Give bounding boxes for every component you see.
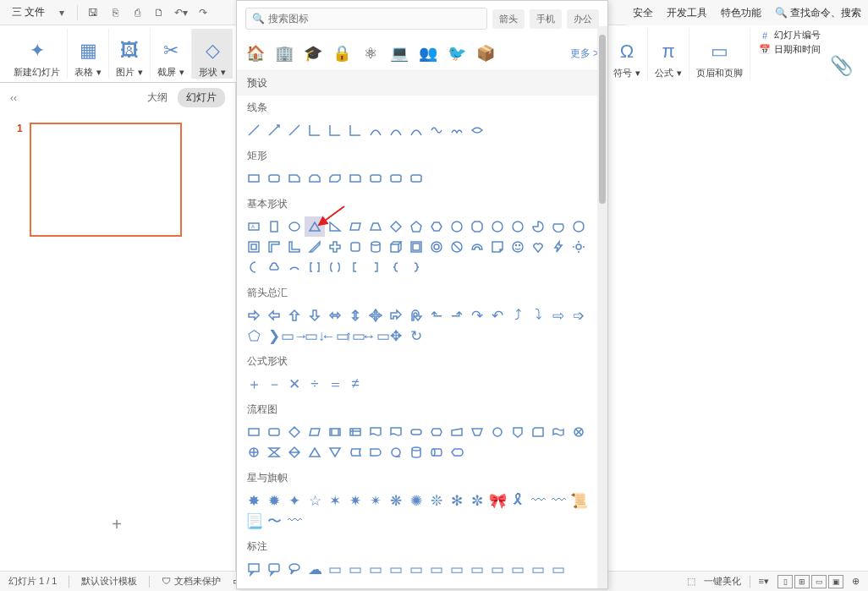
add-slide-button[interactable]: + <box>41 516 193 533</box>
view-sorter-icon[interactable]: ⊞ <box>794 575 810 588</box>
shape-arrow-notched[interactable]: ➩ <box>569 305 589 326</box>
shape-multiply[interactable]: ✕ <box>284 374 305 394</box>
tag-arrow[interactable]: 箭头 <box>492 9 525 29</box>
tab-features[interactable]: 特色功能 <box>721 6 761 20</box>
shape-right-brace[interactable] <box>406 257 426 277</box>
shape-line-double-arrow[interactable] <box>284 120 305 140</box>
shape-search-input[interactable] <box>245 8 487 30</box>
shape-chord[interactable] <box>548 216 569 237</box>
shape-left-bracket[interactable] <box>345 257 365 277</box>
tag-phone[interactable]: 手机 <box>530 9 562 29</box>
shape-arrow-curved-right[interactable]: ↷ <box>467 305 487 326</box>
shape-round-2-same[interactable] <box>365 168 386 189</box>
shape-oval[interactable] <box>284 216 305 237</box>
shape-callout-borderaccent3[interactable]: ▭ <box>548 559 569 579</box>
shape-cross[interactable] <box>325 237 345 257</box>
shape-fc-process[interactable] <box>244 422 264 442</box>
shape-diag-stripe[interactable] <box>305 237 325 257</box>
shape-double-bracket[interactable] <box>305 257 325 277</box>
shape-arrow-callout-quad[interactable]: ✥ <box>386 326 406 346</box>
cat-icon-5[interactable]: ⚛ <box>360 43 381 63</box>
shape-no-symbol[interactable] <box>447 237 467 257</box>
ribbon-screenshot[interactable]: ✂ 截屏 ▾ <box>151 29 192 79</box>
shape-arrow-up[interactable] <box>284 305 305 326</box>
shape-fc-offpage[interactable] <box>508 422 528 442</box>
shape-snip-diag[interactable] <box>325 168 345 189</box>
print-preview-icon[interactable]: 🗋 <box>149 3 169 23</box>
shape-fc-display[interactable] <box>447 442 467 462</box>
shape-snip-2-corner[interactable] <box>305 168 325 189</box>
shape-ribbon-up[interactable]: 🎀 <box>487 490 508 511</box>
export-icon[interactable]: ⎘ <box>105 3 125 23</box>
shape-round-1-corner[interactable] <box>345 168 365 189</box>
shape-star7[interactable]: ✷ <box>345 490 365 511</box>
shape-arrow-curved-up[interactable]: ⤴ <box>508 305 528 326</box>
shape-minus[interactable]: － <box>264 374 284 394</box>
notes-icon[interactable]: ≡▾ <box>759 576 769 587</box>
shape-fc-delay[interactable] <box>365 442 386 462</box>
shape-horiz-scroll[interactable]: 📃 <box>244 511 264 531</box>
shape-callout-line2[interactable]: ▭ <box>345 559 365 579</box>
fit-icon[interactable]: ⊕ <box>852 576 860 587</box>
shape-callout-line1[interactable]: ▭ <box>325 559 345 579</box>
shape-fc-connector[interactable] <box>487 422 508 442</box>
shape-fc-card[interactable] <box>528 422 548 442</box>
shape-arrow-left[interactable] <box>264 305 284 326</box>
shape-closed-curve[interactable] <box>467 120 487 140</box>
shape-line-arrow[interactable] <box>264 120 284 140</box>
shape-star16[interactable]: ❊ <box>426 490 447 511</box>
shape-l-shape[interactable] <box>284 237 305 257</box>
shape-fc-manual-input[interactable] <box>447 422 467 442</box>
ribbon-new-slide[interactable]: ✦ 新建幻灯片 <box>7 29 68 79</box>
shape-bevel[interactable] <box>406 237 426 257</box>
shape-fc-sort[interactable] <box>284 442 305 462</box>
shape-ribbon-curved-down[interactable]: 〰 <box>548 490 569 511</box>
ribbon-formula[interactable]: π 公式 ▾ <box>648 29 689 79</box>
shape-right-triangle[interactable] <box>325 216 345 237</box>
cube-icon[interactable]: ⬚ <box>687 576 695 587</box>
shape-fc-internal[interactable] <box>345 422 365 442</box>
cat-icon-8[interactable]: 🐦 <box>447 43 467 63</box>
cat-icon-9[interactable]: 📦 <box>475 43 496 63</box>
shape-arrow-right[interactable] <box>244 305 264 326</box>
shape-wave[interactable]: 〜 <box>264 511 284 531</box>
ribbon-shapes[interactable]: ◇ 形状 ▾ <box>192 29 233 79</box>
cat-icon-4[interactable]: 🔒 <box>332 43 352 63</box>
shape-callout-borderaccent2[interactable]: ▭ <box>528 559 548 579</box>
file-menu[interactable]: 三 文件 <box>7 2 50 23</box>
shape-cloud[interactable] <box>264 257 284 277</box>
save-icon[interactable]: 🖫 <box>83 3 103 23</box>
shape-sun[interactable] <box>569 237 589 257</box>
ribbon-header-footer[interactable]: ▭ 页眉和页脚 <box>689 29 750 79</box>
shape-plaque[interactable] <box>345 237 365 257</box>
shape-star6[interactable]: ✶ <box>325 490 345 511</box>
shape-textbox[interactable]: A <box>244 216 264 237</box>
print-icon[interactable]: ⎙ <box>127 3 147 23</box>
redo-icon[interactable]: ↷ <box>193 3 213 23</box>
template-name[interactable]: 默认设计模板 <box>81 575 137 588</box>
shape-trapezoid[interactable] <box>365 216 386 237</box>
shape-callout-round[interactable] <box>264 559 284 579</box>
shape-triangle[interactable] <box>305 216 325 237</box>
shape-left-brace[interactable] <box>386 257 406 277</box>
shape-fc-predefined[interactable] <box>325 422 345 442</box>
tag-office[interactable]: 办公 <box>567 9 599 29</box>
cat-icon-3[interactable]: 🎓 <box>303 43 323 63</box>
shape-heart[interactable] <box>528 237 548 257</box>
shape-star5[interactable]: ☆ <box>305 490 325 511</box>
shape-arrow-leftright[interactable] <box>325 305 345 326</box>
shape-callout-rect[interactable] <box>244 559 264 579</box>
shape-scribble[interactable] <box>447 120 467 140</box>
shape-dodecagon[interactable] <box>508 216 528 237</box>
shape-callout-line3[interactable]: ▭ <box>365 559 386 579</box>
shape-arrow-curved-down[interactable]: ⤵ <box>528 305 548 326</box>
shape-fc-multi-doc[interactable] <box>386 422 406 442</box>
shape-arrow-pentagon[interactable]: ⬠ <box>244 326 264 346</box>
shape-arrow-callout-l[interactable]: ←▭ <box>325 326 345 346</box>
shape-explosion1[interactable]: ✸ <box>244 490 264 511</box>
shape-star4[interactable]: ✦ <box>284 490 305 511</box>
shape-callout-accent3[interactable]: ▭ <box>426 559 447 579</box>
shape-frame[interactable] <box>244 237 264 257</box>
shape-fc-prep[interactable] <box>426 422 447 442</box>
shape-callout-border3[interactable]: ▭ <box>487 559 508 579</box>
